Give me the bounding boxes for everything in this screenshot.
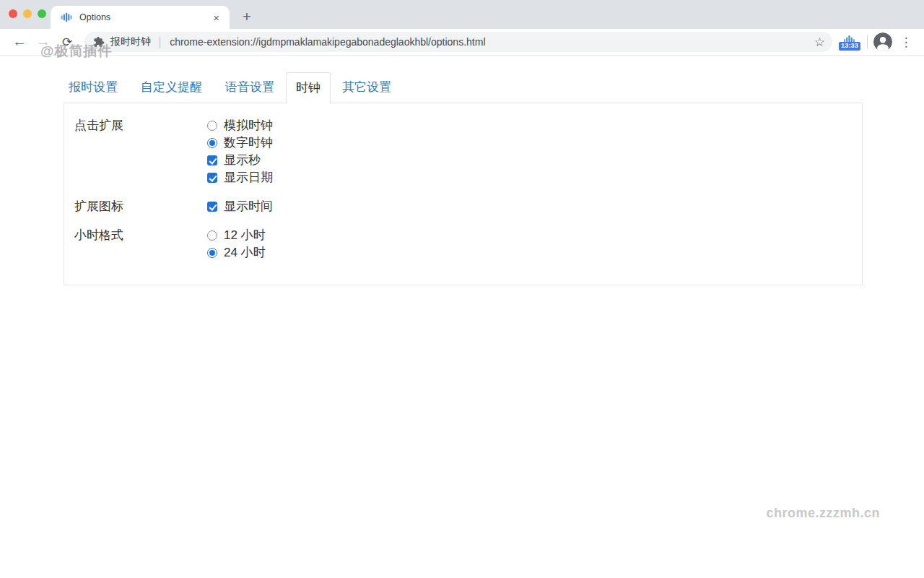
setting-row-hour-format: 小时格式 12 小时 24 小时 bbox=[74, 227, 862, 262]
browser-menu-icon[interactable]: ⋮ bbox=[897, 33, 915, 51]
radio-digital-clock[interactable] bbox=[207, 138, 217, 148]
tab-other-settings[interactable]: 其它设置 bbox=[331, 72, 403, 103]
option-label: 显示时间 bbox=[224, 198, 273, 215]
clock-extension-bars-icon bbox=[843, 34, 856, 43]
radio-12-hour[interactable] bbox=[207, 230, 217, 241]
avatar-person-icon bbox=[873, 33, 892, 51]
setting-row-extension-icon: 扩展图标 显示时间 bbox=[74, 198, 862, 215]
window-close-button[interactable] bbox=[9, 9, 17, 18]
url-separator: │ bbox=[157, 37, 163, 48]
tab-title: Options bbox=[79, 12, 210, 22]
browser-toolbar: ← → ⟳ 报时时钟 │ chrome-extension://igdmpmak… bbox=[0, 29, 924, 56]
option-24-hour[interactable]: 24 小时 bbox=[207, 244, 266, 262]
setting-label: 小时格式 bbox=[74, 227, 207, 262]
option-analog-clock[interactable]: 模拟时钟 bbox=[207, 117, 273, 134]
option-label: 显示日期 bbox=[224, 169, 273, 186]
option-digital-clock[interactable]: 数字时钟 bbox=[207, 134, 273, 152]
option-show-time[interactable]: 显示时间 bbox=[207, 198, 273, 215]
bookmark-star-icon[interactable]: ☆ bbox=[814, 35, 825, 50]
extension-name-label: 报时时钟 bbox=[110, 35, 151, 48]
window-minimize-button[interactable] bbox=[23, 9, 32, 18]
checkbox-show-time[interactable] bbox=[207, 202, 217, 212]
extension-time-badge: 13:33 bbox=[839, 42, 860, 51]
back-icon[interactable]: ← bbox=[9, 32, 30, 52]
window-zoom-button[interactable] bbox=[38, 9, 46, 18]
options-page: 报时设置 自定义提醒 语音设置 时钟 其它设置 点击扩展 模拟时钟 数字时钟 显… bbox=[0, 56, 924, 577]
toolbar-divider bbox=[867, 35, 868, 49]
options-tab-bar: 报时设置 自定义提醒 语音设置 时钟 其它设置 bbox=[57, 72, 924, 103]
tab-custom-reminder[interactable]: 自定义提醒 bbox=[129, 72, 214, 103]
option-show-date[interactable]: 显示日期 bbox=[207, 169, 273, 186]
clock-settings-panel: 点击扩展 模拟时钟 数字时钟 显示秒 显示日期 bbox=[64, 103, 863, 285]
watermark-bottom-right: chrome.zzzmh.cn bbox=[766, 506, 880, 521]
option-label: 显示秒 bbox=[224, 152, 261, 169]
extension-favicon-bars-icon bbox=[61, 12, 72, 23]
option-show-seconds[interactable]: 显示秒 bbox=[207, 152, 273, 169]
setting-label: 扩展图标 bbox=[74, 198, 207, 215]
radio-analog-clock[interactable] bbox=[207, 121, 217, 131]
radio-24-hour[interactable] bbox=[207, 248, 217, 258]
new-tab-button[interactable]: + bbox=[237, 7, 257, 27]
option-label: 24 小时 bbox=[224, 244, 266, 262]
tab-clock[interactable]: 时钟 bbox=[286, 72, 331, 103]
address-bar[interactable]: 报时时钟 │ chrome-extension://igdmpmaklamaki… bbox=[84, 32, 832, 52]
tab-close-icon[interactable]: × bbox=[210, 12, 222, 24]
option-12-hour[interactable]: 12 小时 bbox=[207, 227, 266, 244]
checkbox-show-date[interactable] bbox=[207, 173, 217, 183]
option-label: 模拟时钟 bbox=[224, 117, 273, 134]
profile-avatar[interactable] bbox=[873, 33, 892, 51]
watermark-top-left: @极简插件 bbox=[40, 42, 113, 61]
setting-label: 点击扩展 bbox=[74, 117, 207, 186]
window-controls bbox=[9, 9, 46, 18]
option-label: 数字时钟 bbox=[224, 134, 273, 152]
tab-report-settings[interactable]: 报时设置 bbox=[57, 72, 129, 103]
browser-tabstrip: Options × + bbox=[0, 0, 924, 29]
url-text: chrome-extension://igdmpmaklamakipegabon… bbox=[170, 36, 808, 48]
clock-extension-button[interactable]: 13:33 bbox=[837, 34, 863, 51]
checkbox-show-seconds[interactable] bbox=[207, 155, 217, 165]
setting-row-click-extension: 点击扩展 模拟时钟 数字时钟 显示秒 显示日期 bbox=[74, 117, 862, 186]
option-label: 12 小时 bbox=[224, 227, 266, 244]
tab-voice-settings[interactable]: 语音设置 bbox=[214, 72, 286, 103]
browser-tab-options[interactable]: Options × bbox=[51, 6, 230, 29]
